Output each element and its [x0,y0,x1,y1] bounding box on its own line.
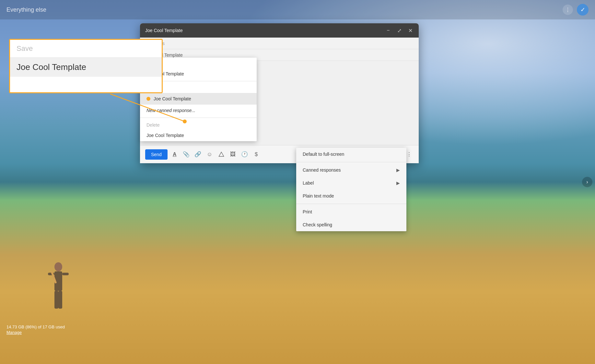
annotation-template-name: Joe Cool Template [10,58,162,77]
label-arrow-icon: ▶ [396,180,400,186]
svg-rect-3 [62,273,69,275]
context-menu: Default to full-screen Canned responses … [296,148,406,231]
annotation-box: Save Joe Cool Template [9,39,163,93]
svg-rect-5 [58,291,62,309]
check-spelling-item[interactable]: Check spelling [296,218,406,231]
submenu-arrow-icon: ▶ [396,167,400,173]
insert-dollar-icon[interactable]: $ [252,150,261,159]
insert-timer-icon[interactable]: 🕐 [240,150,249,159]
context-menu-divider-2 [296,204,406,204]
svg-point-0 [54,262,62,271]
minimize-button[interactable]: − [385,27,391,34]
nav-arrow-right[interactable]: › [582,177,592,187]
context-menu-divider-1 [296,162,406,162]
expand-button[interactable]: ⤢ [396,27,402,34]
active-indicator-dot [146,97,150,101]
insert-drive-icon[interactable] [217,150,226,159]
storage-usage-text: 14.73 GB (86%) of 17 GB used [6,324,65,329]
insert-photo-icon[interactable]: 🖼 [228,150,238,159]
section-title: Everything else [6,6,46,13]
close-button[interactable]: ✕ [407,27,414,34]
avatar-button[interactable]: ✓ [577,4,589,16]
top-bar-icons: ⋮ ✓ [563,4,589,16]
new-canned-response-item[interactable]: New canned response... [140,105,257,116]
canned-responses-item[interactable]: Canned responses ▶ [296,164,406,176]
plain-text-mode-item[interactable]: Plain text mode [296,189,406,202]
manage-storage-link[interactable]: Manage [6,330,65,335]
beach-figure [45,260,71,325]
attach-file-icon[interactable]: 📎 [182,150,191,159]
insert-emoji-icon[interactable]: ☺ [205,150,214,159]
recipients-field[interactable]: recipients [140,38,419,49]
default-fullscreen-item[interactable]: Default to full-screen [296,148,406,161]
more-options-button[interactable]: ⋮ [563,5,573,15]
delete-section-label: Delete [140,119,257,130]
delete-template-item[interactable]: Joe Cool Template [140,130,257,141]
annotation-save-label: Save [10,40,162,58]
print-item[interactable]: Print [296,205,406,218]
storage-info: 14.73 GB (86%) of 17 GB used Manage [6,324,65,335]
save-template-item[interactable]: Joe Cool Template [140,93,257,105]
insert-link-icon[interactable]: 🔗 [193,150,203,159]
label-item[interactable]: Label ▶ [296,176,406,189]
compose-title: Joe Cool Template [145,28,183,33]
send-button[interactable]: Send [145,149,168,160]
svg-marker-7 [219,152,224,156]
avatar-checkmark-icon: ✓ [580,6,585,13]
compose-header: Joe Cool Template − ⤢ ✕ [140,23,419,38]
format-text-icon[interactable]: A [170,150,179,159]
gmail-top-bar: Everything else ⋮ ✓ [0,0,595,19]
compose-header-icons: − ⤢ ✕ [385,27,414,34]
svg-rect-4 [54,291,58,309]
canned-divider-2 [140,118,257,118]
